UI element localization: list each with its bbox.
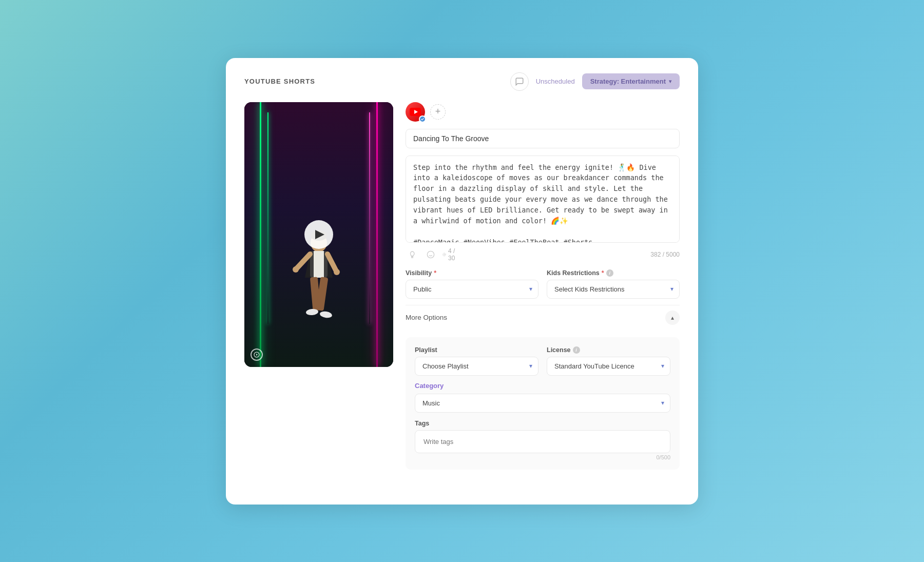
- more-options-chevron-icon[interactable]: ▴: [665, 311, 680, 325]
- visibility-label: Visibility *: [406, 269, 538, 277]
- card-title: YOUTUBE SHORTS: [244, 77, 315, 85]
- main-card: YOUTUBE SHORTS Unscheduled Strategy: Ent…: [226, 58, 698, 505]
- char-count: 382 / 5000: [650, 251, 680, 258]
- video-panel: [244, 102, 393, 470]
- more-options-panel: Playlist Choose Playlist ▾ License i: [406, 337, 680, 470]
- play-icon: [315, 230, 324, 239]
- strategy-label: Strategy: Entertainment: [590, 77, 666, 85]
- category-select[interactable]: Music Gaming Education Entertainment Spo…: [415, 394, 670, 413]
- more-options-bar[interactable]: More Options ▴: [406, 305, 680, 330]
- visibility-select[interactable]: Public Private Unlisted: [406, 280, 538, 299]
- tags-label: Tags: [415, 420, 670, 427]
- playlist-label: Playlist: [415, 346, 538, 354]
- neon-inner-left-decoration: [267, 112, 268, 324]
- youtube-logo-icon: [410, 108, 421, 116]
- category-label: Category: [415, 382, 670, 390]
- tags-field: [415, 430, 670, 453]
- card-header: YOUTUBE SHORTS Unscheduled Strategy: Ent…: [244, 72, 680, 91]
- category-group: Category Music Gaming Education Entertai…: [415, 382, 670, 413]
- hashtag-count: 4 / 30: [442, 248, 456, 261]
- license-select[interactable]: Standard YouTube Licence Creative Common…: [547, 357, 670, 376]
- main-content: + Step into the rhythm and feel the ener…: [244, 102, 680, 470]
- kids-restrictions-label: Kids Restrictions * i: [547, 269, 680, 277]
- svg-point-3: [293, 266, 299, 273]
- svg-point-4: [334, 269, 340, 275]
- at-icon: [442, 251, 446, 258]
- youtube-avatar[interactable]: [406, 102, 425, 122]
- license-group: License i Standard YouTube Licence Creat…: [547, 346, 670, 376]
- more-options-label: More Options: [406, 314, 447, 321]
- avatar-badge: [419, 115, 426, 123]
- kids-info-icon[interactable]: i: [606, 269, 613, 277]
- unscheduled-button[interactable]: Unscheduled: [536, 77, 575, 85]
- svg-point-13: [427, 251, 434, 258]
- account-row: +: [406, 102, 680, 122]
- strategy-chevron-icon: ▾: [669, 79, 671, 84]
- visibility-required: *: [434, 269, 436, 277]
- license-label: License i: [547, 346, 670, 354]
- playlist-license-row: Playlist Choose Playlist ▾ License i: [415, 346, 670, 376]
- kids-required: *: [602, 269, 604, 277]
- playlist-select[interactable]: Choose Playlist: [415, 357, 538, 376]
- kids-select-wrapper: Select Kids Restrictions Not for Kids Ye…: [547, 280, 680, 299]
- kids-restrictions-group: Kids Restrictions * i Select Kids Restri…: [547, 269, 680, 299]
- tags-count: 0/500: [415, 454, 670, 460]
- lightbulb-icon[interactable]: [406, 248, 419, 261]
- playlist-select-wrapper: Choose Playlist ▾: [415, 357, 538, 376]
- check-icon: [420, 117, 425, 121]
- header-right: Unscheduled Strategy: Entertainment ▾: [510, 72, 680, 91]
- comment-icon-btn[interactable]: [510, 72, 529, 91]
- post-title-input[interactable]: [406, 129, 680, 148]
- svg-marker-10: [256, 354, 258, 356]
- svg-point-16: [444, 254, 445, 255]
- video-control-icon[interactable]: [251, 348, 263, 361]
- add-account-button[interactable]: +: [430, 104, 446, 120]
- video-container: [244, 102, 393, 367]
- toolbar-row: 4 / 30 382 / 5000: [406, 248, 680, 261]
- category-select-wrapper: Music Gaming Education Entertainment Spo…: [415, 394, 670, 413]
- toolbar-left: 4 / 30: [406, 248, 456, 261]
- tags-input[interactable]: [421, 434, 664, 450]
- strategy-button[interactable]: Strategy: Entertainment ▾: [582, 73, 680, 89]
- hashtag-count-text: 4 / 30: [448, 247, 456, 262]
- visibility-select-wrapper: Public Private Unlisted ▾: [406, 280, 538, 299]
- visibility-group: Visibility * Public Private Unlisted ▾: [406, 269, 538, 299]
- neon-inner-right-decoration: [369, 112, 370, 324]
- playlist-group: Playlist Choose Playlist ▾: [415, 346, 538, 376]
- license-info-icon[interactable]: i: [573, 346, 580, 354]
- right-panel: + Step into the rhythm and feel the ener…: [406, 102, 680, 470]
- post-description-textarea[interactable]: Step into the rhythm and feel the energy…: [406, 156, 680, 243]
- kids-restrictions-select[interactable]: Select Kids Restrictions Not for Kids Ye…: [547, 280, 680, 299]
- video-background: [244, 102, 393, 367]
- neon-right-decoration: [376, 102, 378, 367]
- tags-group: Tags 0/500: [415, 420, 670, 460]
- license-select-wrapper: Standard YouTube Licence Creative Common…: [547, 357, 670, 376]
- emoji-icon[interactable]: [424, 248, 437, 261]
- play-button[interactable]: [304, 220, 333, 249]
- svg-point-8: [319, 311, 332, 318]
- visibility-kids-row: Visibility * Public Private Unlisted ▾: [406, 269, 680, 299]
- neon-left-decoration: [260, 102, 261, 367]
